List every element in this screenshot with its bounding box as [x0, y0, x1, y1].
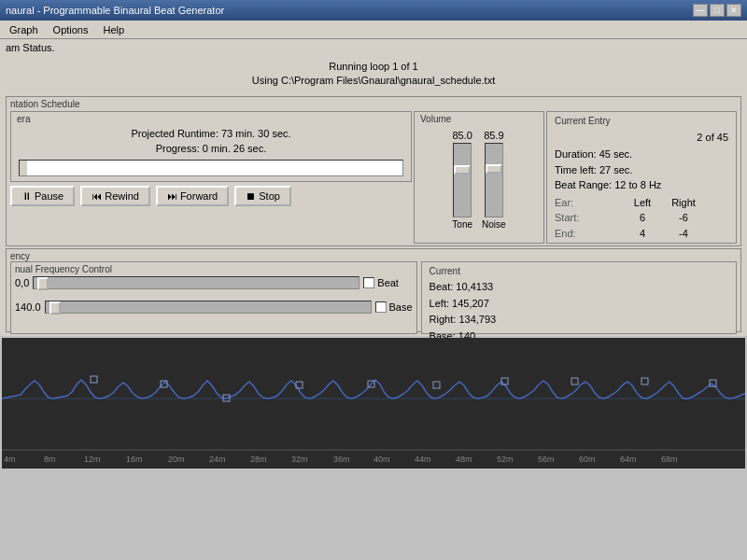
- frequency-section: ency nual Frequency Control 0,0 Beat 140…: [6, 248, 741, 332]
- top-sections: era Projected Runtime: 73 min. 30 sec. P…: [10, 111, 737, 245]
- ear-header-row: Ear: Left Right: [555, 195, 728, 211]
- svg-text:44m: 44m: [415, 455, 431, 464]
- noise-slider[interactable]: [485, 143, 503, 217]
- stop-icon: ⏹: [246, 190, 256, 202]
- freq-inner: nual Frequency Control 0,0 Beat 140.0: [10, 261, 737, 334]
- window-title: naural - Programmable Binaural Beat Gene…: [6, 5, 224, 16]
- beat-checkbox[interactable]: [363, 277, 374, 288]
- tone-slider-thumb[interactable]: [454, 165, 471, 175]
- end-left: 4: [624, 226, 661, 242]
- rewind-label: Rewind: [105, 190, 139, 202]
- svg-text:20m: 20m: [168, 455, 185, 464]
- svg-rect-0: [2, 338, 745, 469]
- volume-inner: 85.0 Tone 85.9 Noise: [420, 126, 538, 233]
- base-slider-thumb[interactable]: [49, 301, 61, 315]
- svg-text:8m: 8m: [44, 455, 56, 464]
- noise-volume-group: 85.9 Noise: [482, 130, 506, 230]
- running-line1: Running loop 1 of 1: [4, 60, 743, 74]
- projected-runtime: Projected Runtime: 73 min. 30 sec.: [17, 126, 405, 142]
- readout-right: Right: 134,793: [430, 312, 728, 329]
- status-text: am Status.: [6, 42, 55, 53]
- stop-button[interactable]: ⏹ Stop: [234, 186, 291, 206]
- graph-section: 4m 8m 12m 16m 20m 24m 28m 32m 36m 40m 44…: [2, 338, 745, 469]
- noise-slider-thumb[interactable]: [486, 164, 502, 174]
- beat-slider[interactable]: [33, 276, 359, 289]
- svg-text:60m: 60m: [579, 455, 596, 464]
- noise-label: Noise: [482, 219, 506, 230]
- running-line2: Using C:\Program Files\Gnaural\gnaural_s…: [4, 74, 743, 88]
- title-controls: — □ ✕: [693, 4, 741, 17]
- forward-label: Forward: [180, 190, 218, 202]
- close-button[interactable]: ✕: [726, 4, 741, 17]
- minimize-button[interactable]: —: [693, 4, 708, 17]
- start-label: Start:: [555, 210, 620, 226]
- readout-left: Left: 145,207: [430, 296, 728, 313]
- svg-text:24m: 24m: [209, 455, 226, 464]
- base-check-label: Base: [389, 301, 413, 313]
- menu-graph[interactable]: Graph: [4, 23, 44, 36]
- beat-value: 0,0: [15, 277, 29, 288]
- progress-bar: [19, 160, 403, 176]
- noise-value: 85.9: [484, 130, 503, 141]
- current-entry-title: Current Entry: [555, 114, 728, 128]
- beat-range: Beat Range: 12 to 8 Hz: [555, 177, 728, 193]
- maximize-button[interactable]: □: [710, 4, 725, 17]
- pause-label: Pause: [35, 190, 63, 202]
- menu-bar: Graph Options Help: [0, 21, 747, 39]
- rewind-button[interactable]: ⏮ Rewind: [80, 186, 150, 206]
- base-value: 140.0: [15, 301, 41, 313]
- svg-text:36m: 36m: [333, 455, 350, 464]
- entry-table: 2 of 45 Duration: 45 sec. Time left: 27 …: [555, 130, 728, 242]
- svg-text:28m: 28m: [250, 455, 267, 464]
- base-checkbox[interactable]: [375, 301, 387, 313]
- manual-freq-title: nual Frequency Control: [15, 264, 413, 274]
- tone-slider[interactable]: [453, 143, 472, 217]
- current-readout: Current Beat: 10,4133 Left: 145,207 Righ…: [421, 261, 737, 334]
- tone-value: 85.0: [452, 130, 472, 141]
- menu-options[interactable]: Options: [48, 23, 94, 36]
- progress: Progress: 0 min. 26 sec.: [17, 141, 405, 157]
- freq-title: ency: [10, 251, 737, 261]
- pause-icon: ⏸: [21, 190, 32, 202]
- graph-svg: 4m 8m 12m 16m 20m 24m 28m 32m 36m 40m 44…: [2, 338, 745, 469]
- beat-slider-thumb[interactable]: [37, 277, 49, 290]
- rewind-icon: ⏮: [92, 190, 102, 202]
- right-label: Right: [665, 195, 702, 211]
- beat-control: 0,0 Beat: [15, 276, 413, 289]
- beat-checkbox-group: Beat: [363, 277, 399, 288]
- pause-button[interactable]: ⏸ Pause: [10, 186, 75, 206]
- progress-info: Projected Runtime: 73 min. 30 sec. Progr…: [17, 126, 405, 157]
- general-title: era: [17, 114, 405, 124]
- left-panel: era Projected Runtime: 73 min. 30 sec. P…: [10, 111, 412, 245]
- base-slider[interactable]: [45, 301, 372, 314]
- forward-icon: ⏭: [167, 190, 177, 202]
- main-content: ntation Schedule era Projected Runtime: …: [0, 92, 747, 337]
- duration: Duration: 45 sec.: [555, 147, 728, 162]
- end-label: End:: [555, 226, 620, 242]
- svg-text:32m: 32m: [291, 455, 308, 464]
- ear-label: Ear:: [555, 195, 620, 211]
- volume-title: Volume: [420, 114, 538, 124]
- svg-text:52m: 52m: [497, 455, 514, 464]
- start-left: 6: [624, 210, 661, 226]
- svg-text:64m: 64m: [620, 455, 637, 464]
- forward-button[interactable]: ⏭ Forward: [156, 186, 229, 206]
- beat-check-label: Beat: [377, 277, 399, 288]
- readout-beat: Beat: 10,4133: [430, 279, 728, 296]
- right-panels: Volume 85.0 Tone 85.9: [414, 111, 737, 245]
- start-right: -6: [665, 210, 702, 226]
- svg-text:68m: 68m: [661, 455, 678, 464]
- svg-text:56m: 56m: [538, 455, 555, 464]
- menu-help[interactable]: Help: [98, 23, 131, 36]
- svg-text:40m: 40m: [374, 455, 390, 464]
- current-entry: Current Entry 2 of 45 Duration: 45 sec. …: [546, 111, 737, 245]
- left-label: Left: [624, 195, 661, 211]
- general-section: era Projected Runtime: 73 min. 30 sec. P…: [10, 111, 412, 182]
- tone-volume-group: 85.0 Tone: [452, 130, 472, 230]
- status-bar: am Status.: [0, 39, 747, 56]
- title-bar: naural - Programmable Binaural Beat Gene…: [0, 0, 747, 21]
- base-checkbox-group: Base: [375, 301, 413, 313]
- volume-section: Volume 85.0 Tone 85.9: [414, 111, 544, 245]
- entry-of: 2 of 45: [555, 130, 728, 146]
- time-left: Time left: 27 sec.: [555, 162, 728, 178]
